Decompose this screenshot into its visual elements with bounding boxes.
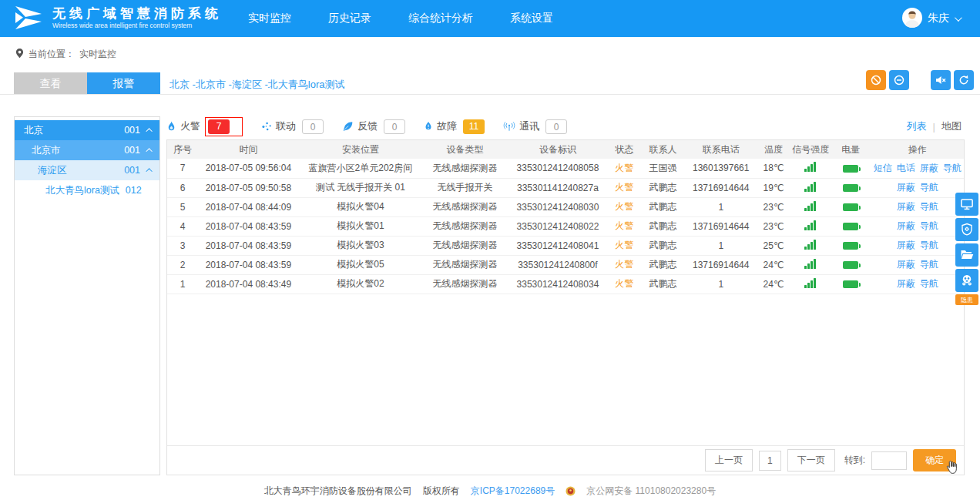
confirm-button[interactable]: 确定 [913, 449, 956, 471]
prev-page-button[interactable]: 上一页 [705, 449, 753, 471]
cell-location: 模拟火警01 [299, 216, 423, 236]
op-link[interactable]: 导航 [920, 182, 938, 193]
cell-time: 2018-07-04 08:43:59 [198, 216, 299, 236]
op-link[interactable]: 导航 [920, 259, 938, 270]
table-row[interactable]: 4 2018-07-04 08:43:59 模拟火警01 无线感烟探测器 335… [167, 216, 964, 236]
filter-feedback[interactable]: 反馈 0 [342, 119, 405, 134]
fire-count-badge: 7 [208, 119, 230, 134]
cell-battery [831, 159, 871, 178]
circle-minus-button[interactable] [889, 70, 909, 90]
signal-strength-icon [804, 220, 817, 230]
national-emblem-icon [566, 486, 576, 496]
cell-type: 无线感烟探测器 [422, 274, 507, 294]
tree-item-lora-test[interactable]: 北大青鸟lora测试 012 [15, 180, 159, 200]
cell-signal [790, 197, 831, 216]
filter-fault[interactable]: 故障 11 [424, 119, 485, 134]
tree-item-beijing-city[interactable]: 北京市 001 [15, 140, 159, 160]
app-logo-icon [12, 2, 45, 35]
cell-location: 模拟火警03 [299, 236, 423, 255]
user-menu[interactable]: 朱庆 [902, 8, 960, 30]
hazard-tag[interactable]: 隐患 [955, 294, 978, 305]
tree-item-beijing[interactable]: 北京 001 [15, 120, 159, 140]
table-row[interactable]: 7 2018-07-05 09:56:04 蓝旗营小区2单元202房间 无线感烟… [167, 159, 964, 178]
tab-toolbar [866, 70, 974, 90]
op-link[interactable]: 导航 [920, 201, 938, 212]
cell-signal [790, 255, 831, 274]
alarm-filter-row: 火警 7 联动 0 [166, 116, 965, 136]
table-row[interactable]: 1 2018-07-04 08:43:49 模拟火警02 无线感烟探测器 335… [167, 274, 964, 294]
breadcrumb: 当前位置： 实时监控 [0, 37, 980, 61]
toggle-map[interactable]: 地图 [941, 119, 962, 133]
cell-type: 无线感烟探测器 [422, 216, 507, 236]
battery-icon [843, 242, 858, 250]
mute-button[interactable] [931, 70, 951, 90]
nav-statistics[interactable]: 综合统计分析 [408, 12, 473, 25]
fault-count-badge: 11 [463, 119, 485, 134]
table-row[interactable]: 2 2018-07-04 08:43:59 模拟火警05 无线感烟探测器 335… [167, 255, 964, 274]
breadcrumb-current: 实时监控 [79, 48, 116, 61]
tab-alarm[interactable]: 报警 [87, 72, 160, 94]
op-link[interactable]: 导航 [920, 240, 938, 250]
monitor-dock-button[interactable] [955, 193, 978, 216]
alarm-table-panel: 序号 时间 安装位置 设备类型 设备标识 状态 联系人 联系电话 温度 信号强度… [166, 139, 965, 475]
gas-mask-dock-button[interactable] [955, 269, 978, 292]
folder-dock-button[interactable] [955, 243, 978, 267]
filter-linkage-label: 联动 [276, 119, 296, 133]
cell-location: 模拟火警04 [299, 197, 423, 216]
battery-icon [843, 280, 858, 288]
cell-time: 2018-07-04 08:43:49 [198, 274, 299, 294]
op-link[interactable]: 屏蔽 [897, 182, 915, 193]
next-page-button[interactable]: 下一页 [787, 449, 835, 471]
refresh-button[interactable] [954, 70, 974, 90]
op-link[interactable]: 导航 [920, 220, 938, 231]
cell-no: 6 [167, 178, 198, 197]
location-pin-icon [15, 48, 24, 61]
table-row[interactable]: 3 2018-07-04 08:43:59 模拟火警03 无线感烟探测器 335… [167, 236, 964, 255]
op-link[interactable]: 屏蔽 [897, 259, 915, 270]
cell-device-id: 335301241240800f [508, 255, 609, 274]
op-link[interactable]: 屏蔽 [897, 278, 915, 289]
signal-strength-icon [804, 240, 817, 250]
ban-button[interactable] [866, 70, 886, 90]
tree-item-haidian[interactable]: 海淀区 001 [15, 160, 159, 180]
page-footer: 北大青鸟环宇消防设备股份有限公司 版权所有 京ICP备17022689号 京公网… [0, 485, 980, 498]
filter-comm[interactable]: 通讯 0 [503, 119, 567, 134]
cell-type: 无线感烟探测器 [422, 255, 507, 274]
app-title: 无线广域智慧消防系统 [52, 7, 222, 22]
nav-settings[interactable]: 系统设置 [510, 12, 553, 25]
col-status: 状态 [608, 140, 640, 159]
mute-icon [935, 74, 947, 86]
cell-location: 模拟火警05 [299, 255, 423, 274]
table-row[interactable]: 5 2018-07-04 08:44:09 模拟火警04 无线感烟探测器 335… [167, 197, 964, 216]
gas-mask-icon [960, 273, 974, 287]
op-link[interactable]: 电话 [897, 163, 915, 173]
battery-icon [843, 223, 858, 230]
footer-icp-link[interactable]: 京ICP备17022689号 [471, 485, 555, 498]
filter-linkage[interactable]: 联动 0 [261, 119, 324, 134]
op-link[interactable]: 导航 [943, 163, 962, 173]
nav-realtime-monitoring[interactable]: 实时监控 [248, 12, 291, 25]
op-link[interactable]: 屏蔽 [897, 220, 915, 231]
shield-dock-button[interactable] [955, 218, 978, 241]
cell-time: 2018-07-04 08:43:59 [198, 255, 299, 274]
toggle-list[interactable]: 列表 [907, 119, 927, 133]
filter-fire[interactable]: 火警 7 [166, 117, 243, 136]
op-link[interactable]: 导航 [920, 278, 938, 289]
op-link[interactable]: 屏蔽 [897, 201, 915, 212]
tree-count: 001 [124, 145, 140, 156]
cell-temp: 18℃ [757, 159, 790, 178]
tab-view[interactable]: 查看 [14, 72, 87, 94]
region-tree: 北京 001 北京市 001 海淀区 001 北大青鸟lora测试 012 [14, 116, 160, 475]
cell-signal [790, 236, 831, 255]
table-row[interactable]: 6 2018-07-05 09:50:58 测试 无线手报开关 01 无线手报开… [167, 178, 964, 197]
goto-page-input[interactable] [871, 451, 907, 470]
signal-strength-icon [804, 201, 817, 211]
op-link[interactable]: 短信 [874, 163, 892, 173]
nav-history[interactable]: 历史记录 [328, 12, 371, 25]
cell-battery [831, 197, 871, 216]
current-page[interactable]: 1 [759, 451, 781, 471]
cell-no: 7 [167, 159, 198, 178]
op-link[interactable]: 屏蔽 [897, 240, 915, 250]
tree-count: 001 [124, 125, 140, 136]
op-link[interactable]: 屏蔽 [920, 163, 938, 173]
